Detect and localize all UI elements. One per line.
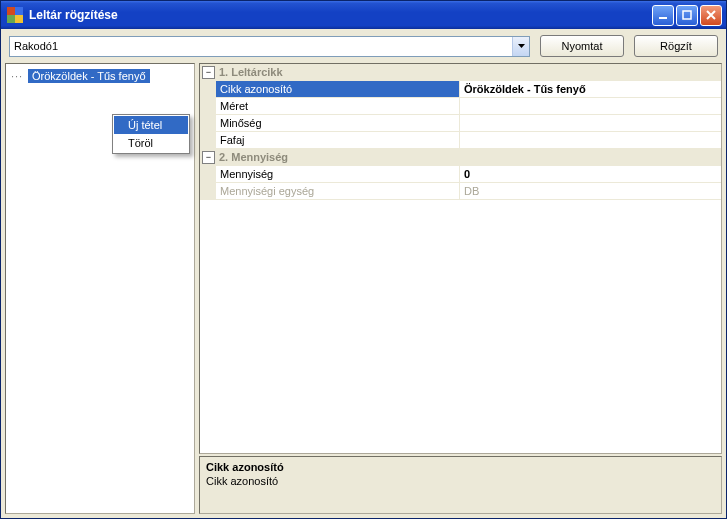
- property-name: Mennyiség: [216, 166, 460, 183]
- print-button[interactable]: Nyomtat: [540, 35, 624, 57]
- svg-rect-1: [15, 7, 23, 15]
- description-title: Cikk azonosító: [206, 461, 715, 473]
- property-row[interactable]: Mennyiség 0: [200, 166, 721, 183]
- property-row[interactable]: Minőség: [200, 115, 721, 132]
- tree-panel[interactable]: ··· Örökzöldek - Tűs fenyő Új tétel Törö…: [5, 63, 195, 514]
- toolbar: Nyomtat Rögzít: [1, 29, 726, 63]
- svg-rect-0: [7, 7, 15, 15]
- content-area: ··· Örökzöldek - Tűs fenyő Új tétel Törö…: [5, 63, 722, 514]
- combo-chevron-down-icon[interactable]: [512, 37, 529, 56]
- property-value[interactable]: 0: [460, 166, 721, 183]
- tree-item-label[interactable]: Örökzöldek - Tűs fenyő: [28, 69, 150, 83]
- svg-rect-5: [683, 11, 691, 19]
- minimize-button[interactable]: [652, 5, 674, 26]
- row-gutter: [200, 183, 216, 200]
- row-gutter: [200, 132, 216, 149]
- maximize-button[interactable]: [676, 5, 698, 26]
- tree-item[interactable]: ··· Örökzöldek - Tűs fenyő: [8, 68, 192, 84]
- window-controls: [652, 5, 722, 26]
- category-header-1[interactable]: − 1. Leltárcikk: [200, 64, 721, 81]
- tree-expand-icon: ···: [10, 70, 24, 82]
- property-row[interactable]: Fafaj: [200, 132, 721, 149]
- property-name: Fafaj: [216, 132, 460, 149]
- property-name: Minőség: [216, 115, 460, 132]
- right-panel: − 1. Leltárcikk Cikk azonosító Örökzölde…: [199, 63, 722, 514]
- property-value[interactable]: [460, 132, 721, 149]
- titlebar: Leltár rögzítése: [1, 1, 726, 29]
- save-button[interactable]: Rögzít: [634, 35, 718, 57]
- context-menu: Új tétel Töröl: [112, 114, 190, 154]
- row-gutter: [200, 81, 216, 98]
- property-value[interactable]: [460, 98, 721, 115]
- window-title: Leltár rögzítése: [29, 8, 652, 22]
- location-combo-input[interactable]: [10, 37, 512, 56]
- svg-rect-4: [659, 17, 667, 19]
- property-name: Méret: [216, 98, 460, 115]
- property-row[interactable]: Cikk azonosító Örökzöldek - Tűs fenyő: [200, 81, 721, 98]
- svg-rect-3: [15, 15, 23, 23]
- property-row: Mennyiségi egység DB: [200, 183, 721, 200]
- property-value: DB: [460, 183, 721, 200]
- category-header-2[interactable]: − 2. Mennyiség: [200, 149, 721, 166]
- category-label: 2. Mennyiség: [219, 151, 288, 163]
- property-value[interactable]: [460, 115, 721, 132]
- window-frame: Leltár rögzítése Nyomtat Rögzít ···: [0, 0, 727, 519]
- svg-rect-2: [7, 15, 15, 23]
- category-label: 1. Leltárcikk: [219, 66, 283, 78]
- app-icon: [7, 7, 23, 23]
- context-menu-item-new[interactable]: Új tétel: [114, 116, 188, 134]
- location-combo[interactable]: [9, 36, 530, 57]
- property-value[interactable]: Örökzöldek - Tűs fenyő: [460, 81, 721, 98]
- collapse-icon[interactable]: −: [202, 66, 215, 79]
- property-name: Cikk azonosító: [216, 81, 460, 98]
- row-gutter: [200, 98, 216, 115]
- collapse-icon[interactable]: −: [202, 151, 215, 164]
- close-button[interactable]: [700, 5, 722, 26]
- description-text: Cikk azonosító: [206, 475, 715, 487]
- row-gutter: [200, 166, 216, 183]
- row-gutter: [200, 115, 216, 132]
- property-row[interactable]: Méret: [200, 98, 721, 115]
- description-panel: Cikk azonosító Cikk azonosító: [199, 456, 722, 514]
- context-menu-item-delete[interactable]: Töröl: [114, 134, 188, 152]
- property-name: Mennyiségi egység: [216, 183, 460, 200]
- property-grid[interactable]: − 1. Leltárcikk Cikk azonosító Örökzölde…: [199, 63, 722, 454]
